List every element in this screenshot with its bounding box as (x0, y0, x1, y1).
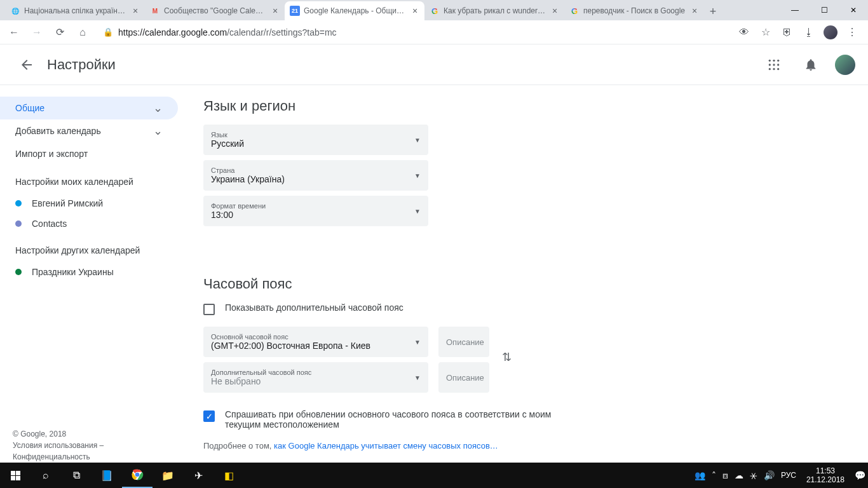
eye-icon[interactable]: 👁 (737, 25, 751, 39)
ask-update-tz-checkbox[interactable]: ✓ (203, 410, 215, 422)
browser-tab-active[interactable]: 21 Google Календарь - Общие н × (285, 1, 424, 20)
chevron-down-icon: ▼ (414, 172, 421, 179)
maximize-button[interactable]: ☐ (810, 0, 839, 20)
action-center-icon[interactable]: 💬 (855, 470, 865, 480)
back-button[interactable]: ← (5, 24, 23, 41)
forward-button[interactable]: → (28, 24, 46, 41)
url-host: https://calendar.google.com (118, 27, 227, 37)
taskbar-explorer[interactable]: 📁 (153, 463, 183, 488)
input-language[interactable]: РУС (781, 471, 796, 480)
user-avatar[interactable] (835, 55, 855, 75)
task-view-button[interactable]: ⧉ (61, 463, 92, 488)
notifications-icon[interactable] (798, 52, 824, 78)
url-input[interactable]: 🔒 https://calendar.google.com/calendar/r… (97, 24, 732, 41)
language-dropdown[interactable]: Язык Русский ▼ (203, 125, 428, 155)
sidebar-item-label: Добавить календарь (15, 126, 101, 136)
dropdown-value: (GMT+02:00) Восточная Европа - Киев (211, 341, 421, 351)
windows-icon (11, 471, 20, 480)
browser-tab[interactable]: 🌐 Національна спілка українськ × (5, 1, 145, 20)
volume-icon[interactable]: 🔊 (764, 470, 775, 480)
close-icon[interactable]: × (131, 6, 140, 15)
time-format-dropdown[interactable]: Формат времени 13:00 ▼ (203, 196, 428, 226)
checkbox-label: Спрашивать при обновлении основного часо… (225, 409, 581, 430)
calendar-name: Праздники Украины (32, 267, 114, 277)
browser-tab[interactable]: G переводчик - Поиск в Google × (564, 1, 704, 20)
reload-button[interactable]: ⟳ (51, 24, 69, 41)
apps-grid-icon[interactable] (761, 52, 787, 78)
svg-point-10 (135, 473, 140, 477)
dropdown-label: Страна (211, 166, 421, 174)
chevron-down-icon: ▼ (414, 339, 421, 346)
close-icon[interactable]: × (550, 6, 559, 15)
browser-tab-bar: 🌐 Національна спілка українськ × M Сообщ… (0, 0, 868, 20)
secondary-tz-description-input[interactable]: Описание (438, 362, 489, 393)
search-button[interactable]: ⌕ (31, 463, 61, 488)
dropdown-value: Русский (211, 139, 421, 149)
taskbar-date: 21.12.2018 (806, 475, 844, 484)
terms-link[interactable]: Условия использования (13, 441, 97, 450)
taskbar-telegram[interactable]: ✈ (183, 463, 214, 488)
calendar-color-dot (15, 200, 22, 207)
sidebar-item-import-export[interactable]: Импорт и экспорт (0, 142, 178, 165)
menu-icon[interactable]: ⋮ (845, 25, 859, 39)
dropbox-icon[interactable]: ⧈ (722, 470, 728, 481)
close-icon[interactable]: × (271, 6, 280, 15)
page-title: Настройки (47, 57, 116, 73)
home-button[interactable]: ⌂ (74, 24, 92, 41)
taskbar-clock[interactable]: 11:53 21.12.2018 (803, 466, 848, 485)
star-icon[interactable]: ☆ (759, 25, 773, 39)
minimize-button[interactable]: — (780, 0, 810, 20)
browser-tab[interactable]: M Сообщество "Google Calenda × (145, 1, 285, 20)
download-icon[interactable]: ⭳ (802, 25, 816, 39)
taskbar-app[interactable]: 📘 (92, 463, 122, 488)
sidebar-item-general[interactable]: Общие ⌄ (0, 97, 178, 119)
dropdown-label: Формат времени (211, 202, 421, 210)
close-icon[interactable]: × (410, 6, 419, 15)
arrow-left-icon (19, 57, 34, 72)
svg-point-0 (769, 59, 771, 61)
lock-icon: 🔒 (103, 27, 113, 37)
calendar-color-dot (15, 220, 22, 227)
new-tab-button[interactable]: + (704, 3, 722, 20)
taskbar-chrome[interactable] (122, 463, 153, 488)
chevron-down-icon: ⌄ (153, 101, 163, 115)
people-icon[interactable]: 👥 (695, 470, 705, 480)
close-icon[interactable]: × (690, 6, 699, 15)
close-window-button[interactable]: ✕ (839, 0, 868, 20)
tab-title: переводчик - Поиск в Google (583, 6, 686, 15)
country-dropdown[interactable]: Страна Украина (Україна) ▼ (203, 160, 428, 191)
swap-icon[interactable]: ⇅ (502, 350, 512, 364)
sidebar-section-other-calendars: Настройки других календарей (0, 234, 178, 262)
dropdown-value: Не выбрано (211, 376, 421, 386)
sidebar-item-add-calendar[interactable]: Добавить календарь ⌄ (0, 119, 178, 142)
calendar-item[interactable]: Праздники Украины (0, 262, 178, 282)
primary-tz-dropdown[interactable]: Основной часовой пояс (GMT+02:00) Восточ… (203, 327, 428, 357)
tab-title: Как убрать рикал с wundergro (444, 6, 546, 15)
settings-main: Язык и регион Язык Русский ▼ Страна Укра… (178, 85, 868, 463)
secondary-tz-dropdown[interactable]: Дополнительный часовой пояс Не выбрано ▼ (203, 362, 428, 393)
profile-avatar[interactable] (824, 25, 837, 39)
onedrive-icon[interactable]: ☁ (735, 470, 743, 480)
settings-back-button[interactable] (13, 51, 41, 79)
page-footer: © Google, 2018 Условия использования – К… (13, 428, 104, 463)
chevron-down-icon: ▼ (414, 208, 421, 215)
chevron-down-icon: ▼ (414, 374, 421, 381)
show-secondary-tz-checkbox[interactable] (203, 304, 215, 315)
primary-tz-description-input[interactable]: Описание (438, 327, 489, 357)
gmail-icon: M (150, 6, 160, 16)
learn-more-link[interactable]: как Google Календарь учитывает смену час… (274, 441, 498, 451)
calendar-item[interactable]: Contacts (0, 214, 178, 234)
start-button[interactable] (0, 463, 31, 488)
privacy-link[interactable]: Конфиденциальность (13, 452, 90, 461)
browser-tab[interactable]: G Как убрать рикал с wundergro × (424, 1, 564, 20)
shield-icon[interactable]: ⛨ (780, 25, 794, 39)
taskbar-app[interactable]: ◧ (214, 463, 244, 488)
svg-point-4 (773, 64, 775, 65)
calendar-item[interactable]: Евгений Римский (0, 193, 178, 214)
svg-point-1 (773, 59, 775, 61)
tab-title: Google Календарь - Общие н (304, 6, 407, 15)
tray-chevron-icon[interactable]: ˄ (712, 470, 716, 480)
network-icon[interactable]: ⚹ (750, 470, 757, 481)
svg-point-2 (777, 59, 779, 61)
dropdown-value: 13:00 (211, 210, 421, 220)
